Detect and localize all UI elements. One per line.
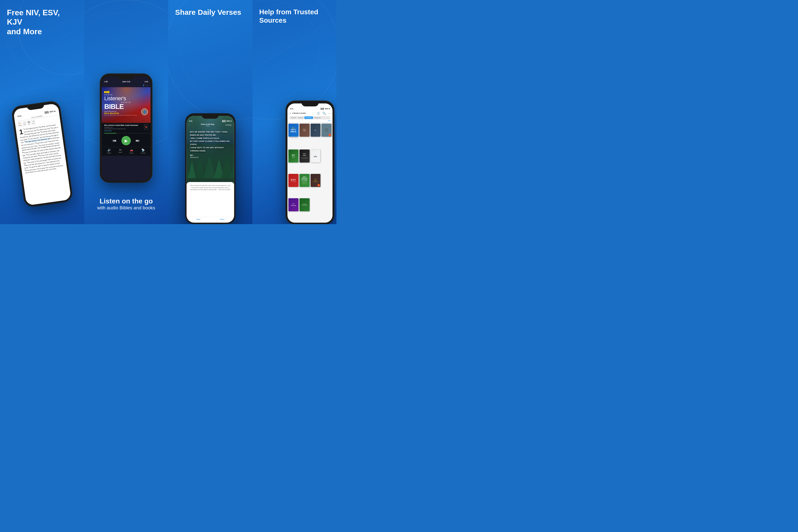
tab-recents[interactable]: Recents bbox=[297, 116, 304, 119]
verse-header-today: Today bbox=[201, 125, 214, 127]
phone-1: 9:41 ▌▌▌ WiFi ■ Jn 1:1-14 ESV ✏️ Highlig… bbox=[11, 100, 73, 207]
audio-book-author-text: Vocal Performance by Max McLean bbox=[104, 128, 144, 130]
more-icon[interactable]: ··· bbox=[146, 84, 148, 87]
audio-book-info-row: NIV, Listener's Audio Bible, Audio Downl… bbox=[104, 125, 148, 132]
more-options-icon[interactable]: ··· bbox=[328, 112, 330, 115]
svg-point-8 bbox=[168, 0, 252, 119]
book-item-esv-red: ESV STUDY BIBLE bbox=[288, 174, 299, 197]
audio-book-title: NIV, Listener's Audio Bible, Audio Downl… bbox=[104, 125, 144, 126]
phone-2-container: 1:55 John 3:16 2:43 ⬇ ··· NIV bbox=[100, 74, 152, 182]
driving-control[interactable]: 🚗 Driving bbox=[130, 149, 133, 154]
tab-categories[interactable]: Categories bbox=[313, 116, 322, 119]
panel-2-subtitle-main: Listen on the go bbox=[84, 197, 169, 205]
verse-settings-btn[interactable]: Settings bbox=[225, 124, 231, 126]
download-icon[interactable]: ⬇ bbox=[142, 84, 145, 87]
bible-text-content: 1 1In the beginning was bthe Word, and c… bbox=[18, 122, 65, 175]
library-signals: ▌▌▌ WiFi ■ bbox=[321, 108, 330, 110]
forward-icon[interactable]: ⏭ bbox=[136, 138, 140, 143]
search-icon-library[interactable]: 🔍 bbox=[322, 112, 326, 115]
bible-time: 9:41 bbox=[17, 115, 21, 117]
panel-3-title: Share Daily Verses bbox=[168, 0, 252, 17]
library-header-top: ✕ ▾ Books & Audio 🛒 🔍 ··· bbox=[289, 112, 330, 115]
panel-audio-bible: 1:55 John 3:16 2:43 ⬇ ··· NIV bbox=[84, 0, 169, 224]
phone-4: 9:41 ▌▌▌ WiFi ■ ✕ ▾ Books & Audio 🛒 bbox=[286, 101, 334, 224]
speed-control[interactable]: 1x Speed bbox=[118, 149, 122, 154]
panel-4-title: Help from Trusted Sources bbox=[252, 0, 337, 24]
verse-header-title: Verse of the Day bbox=[201, 124, 214, 125]
verse-quote-text: BUT HE KNOWS THE WAY THAT I TAKE; WHEN H… bbox=[187, 127, 234, 154]
book-item-audio-1: 🎧 ♪ bbox=[321, 124, 331, 149]
phone-3-notch bbox=[202, 113, 219, 119]
audio-duration: 2:43 bbox=[145, 81, 148, 82]
cover-content: NIV AUDIO Listener's AUDIO BIBLE Vocal P… bbox=[102, 87, 151, 118]
book-item-esv-cover: A bbox=[310, 124, 321, 149]
verse-header: ‹ Verse of the Day Today Settings bbox=[187, 123, 234, 127]
toolbar-highlight[interactable]: ✏️ Highlight bbox=[17, 121, 22, 126]
library-title: ▾ Books & Audio bbox=[292, 112, 306, 114]
cover-listeners-text: Listener's bbox=[104, 96, 148, 101]
close-icon[interactable]: ✕ bbox=[289, 112, 291, 115]
rewind-icon[interactable]: ⏮ bbox=[113, 138, 116, 143]
book-item-vines: VINE'SCOMPLETEEXPOSITORYDICTIONARY Of Ol… bbox=[300, 174, 309, 197]
library-header-left: ✕ ▾ Books & Audio bbox=[289, 112, 306, 115]
phone-4-container: 9:41 ▌▌▌ WiFi ■ ✕ ▾ Books & Audio 🛒 bbox=[286, 101, 334, 224]
cover-bible-text: BIBLE bbox=[104, 103, 148, 110]
library-header: ✕ ▾ Books & Audio 🛒 🔍 ··· View All bbox=[287, 111, 332, 123]
phone-3-container: 9:41 ▌▌▌ WiFi ■ ‹ Verse of the Day Today… bbox=[185, 113, 235, 224]
phone-1-container: 9:41 ▌▌▌ WiFi ■ Jn 1:1-14 ESV ✏️ Highlig… bbox=[11, 100, 73, 207]
connect-control[interactable]: 📡 Connect bbox=[141, 149, 146, 154]
toolbar-define[interactable]: 📖 Define bbox=[22, 121, 26, 126]
panel-bible-versions: Free NIV, ESV, KJV and More 9:41 ▌▌▌ WiF… bbox=[0, 0, 84, 224]
verse-bottom-panel: But he knows the way that I take; when h… bbox=[187, 182, 234, 223]
tab-view-all[interactable]: View All bbox=[290, 116, 297, 119]
audio-bottom-controls: 🔊 Volume 1x Speed 🚗 Driving 📡 bbox=[102, 147, 151, 156]
verse-book-ref: JOB 23:10-11 bbox=[190, 157, 198, 158]
verse-share-btn[interactable]: Share bbox=[220, 218, 224, 220]
book-item-kjv-black: HolyBible The New AmericanStandard Bible bbox=[300, 150, 309, 173]
tab-favorites[interactable]: Favorites bbox=[304, 116, 313, 119]
verse-read-btn[interactable]: Read bbox=[196, 218, 201, 220]
toolbar-save[interactable]: 💾 Save bbox=[26, 120, 31, 125]
verse-header-back[interactable]: ‹ bbox=[189, 124, 190, 126]
book-item-bible-experience: TheBibleExperience ♪ bbox=[310, 174, 321, 197]
panel-daily-verses: Share Daily Verses bbox=[168, 0, 252, 224]
book-grid: NIV● HOLY BIBLE Currently Reading DailyL… bbox=[287, 123, 332, 223]
cover-niv-badge: NIV bbox=[104, 91, 109, 93]
verse-action-buttons: Read Share bbox=[187, 217, 234, 220]
cart-icon[interactable]: 🛒 bbox=[317, 112, 320, 115]
cover-affiliation: Founder and Artistic Director Fellowship… bbox=[104, 115, 148, 116]
volume-control[interactable]: 🔊 Volume bbox=[107, 149, 111, 154]
panel-2-subtitle: Listen on the go with audio Bibles and b… bbox=[84, 197, 169, 211]
edit-button[interactable]: Edit bbox=[328, 120, 330, 121]
play-button[interactable]: ▶ bbox=[121, 136, 131, 145]
book-item-message: theMessage bbox=[288, 198, 299, 222]
audio-time: 1:55 bbox=[104, 81, 108, 82]
audio-badge-1: ♪ bbox=[328, 134, 331, 136]
highlighted-text: The flight shines in the darkness, and bbox=[25, 138, 50, 143]
verse-signals: ▌▌▌ WiFi ■ bbox=[223, 120, 232, 122]
library-header-icons: 🛒 🔍 ··· bbox=[317, 112, 330, 115]
library-time: 9:41 bbox=[290, 108, 293, 110]
audio-book-info: NIV, Listener's Audio Bible, Audio Downl… bbox=[102, 123, 151, 133]
verse-sup-1: 1 bbox=[23, 128, 24, 129]
toolbar-search[interactable]: 🔍 Search bbox=[31, 120, 35, 125]
book-item-nlt: NLT HOLYBIBLE bbox=[288, 150, 299, 173]
audio-header-title-bar: John 3:16 bbox=[122, 81, 130, 82]
book-item-daily-light: DailyLight bbox=[300, 124, 309, 149]
phone-2: 1:55 John 3:16 2:43 ⬇ ··· NIV bbox=[100, 74, 152, 182]
audio-view-details[interactable]: View Details bbox=[104, 130, 144, 132]
bible-screen: 9:41 ▌▌▌ WiFi ■ Jn 1:1-14 ESV ✏️ Highlig… bbox=[13, 103, 71, 206]
panel-1-title: Free NIV, ESV, KJV and More bbox=[0, 0, 84, 36]
audio-download-row: ⬇ ··· bbox=[102, 83, 151, 87]
panel-2-subtitle-sub: with audio Bibles and books bbox=[84, 205, 169, 211]
verse-quote-content: BUT HE KNOWS THE WAY THAT I TAKE; WHEN H… bbox=[190, 131, 230, 152]
verse-translation-badge: NIV⁺ bbox=[190, 154, 194, 156]
verse-header-center: Verse of the Day Today bbox=[201, 124, 214, 127]
library-screen: 9:41 ▌▌▌ WiFi ■ ✕ ▾ Books & Audio 🛒 bbox=[287, 103, 332, 223]
bookmark-icon[interactable]: 🔖 bbox=[144, 125, 148, 129]
verse-screen: 9:41 ▌▌▌ WiFi ■ ‹ Verse of the Day Today… bbox=[187, 116, 234, 223]
library-tabs: View All Recents Favorites Categories bbox=[289, 116, 330, 119]
audio-book-details: NIV, Listener's Audio Bible, Audio Downl… bbox=[104, 125, 144, 132]
book-item-amplified: AmplifiedHOLY BIBLE bbox=[300, 198, 309, 222]
verse-reference: NIV⁺ JOB 23:10-11 bbox=[187, 154, 234, 158]
